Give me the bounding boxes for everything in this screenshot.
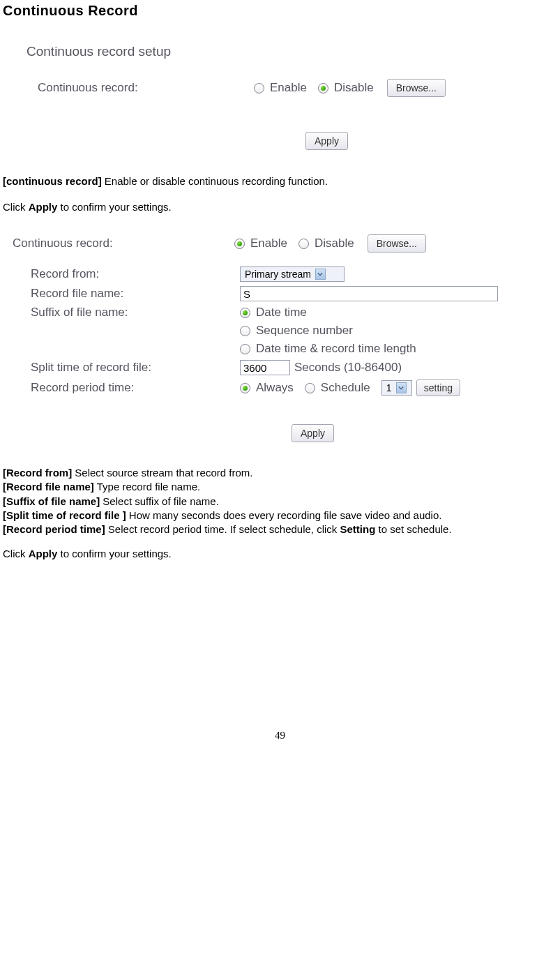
panel-continuous-record-setup: Continuous record setup Continuous recor…: [24, 40, 550, 161]
radio-disable-label: Disable: [334, 81, 374, 95]
radio-suffix-sequence-label: Sequence number: [256, 324, 353, 338]
label-suffix: Suffix of file name:: [13, 306, 240, 319]
label-record-file-name: Record file name:: [13, 287, 240, 301]
desc-text-continuous-record: Enable or disable continuous recording f…: [102, 175, 328, 187]
apply-button[interactable]: Apply: [305, 132, 348, 150]
radio-enable-label: Enable: [270, 81, 307, 95]
radio-suffix-datetime-label: Date time: [256, 306, 307, 319]
radio-period-schedule-label: Schedule: [321, 381, 370, 395]
desc-click-apply-2: Click Apply to confirm your settings.: [3, 546, 557, 562]
select-record-from-value: Primary stream: [245, 269, 311, 280]
browse-button-2[interactable]: Browse...: [368, 234, 426, 253]
radio-enable[interactable]: [254, 83, 264, 93]
radio-enable-label-2: Enable: [250, 236, 287, 250]
input-split-time[interactable]: [240, 360, 290, 375]
label-continuous-record: Continuous record:: [38, 81, 254, 95]
setting-button[interactable]: setting: [416, 379, 460, 396]
desc-key-continuous-record: [continuous record]: [3, 175, 102, 187]
browse-button[interactable]: Browse...: [387, 79, 446, 97]
page-title: Continuous Record: [3, 3, 557, 19]
radio-period-always-label: Always: [256, 381, 294, 395]
radio-suffix-sequence[interactable]: [240, 326, 250, 336]
radio-suffix-datetime-length[interactable]: [240, 344, 250, 354]
panel-continuous-record-detail: Continuous record: Enable Disable Browse…: [10, 232, 554, 453]
chevron-down-icon: [315, 269, 326, 280]
apply-button-2[interactable]: Apply: [292, 424, 334, 442]
radio-period-always[interactable]: [240, 383, 250, 393]
page-number: 49: [3, 730, 557, 742]
desc-block-2: [Record from] Select source stream that …: [3, 466, 557, 536]
select-schedule-number[interactable]: 1: [381, 380, 412, 396]
radio-period-schedule[interactable]: [305, 383, 315, 393]
radio-suffix-datetime[interactable]: [240, 308, 250, 318]
input-record-file-name[interactable]: [240, 286, 498, 301]
radio-suffix-datetime-length-label: Date time & record time length: [256, 342, 416, 356]
hint-split-time: Seconds (10-86400): [294, 361, 402, 375]
select-record-from[interactable]: Primary stream: [240, 266, 345, 282]
chevron-down-icon: [396, 382, 407, 393]
label-record-from: Record from:: [13, 267, 240, 281]
label-continuous-record-2: Continuous record:: [13, 236, 234, 250]
label-split-time: Split time of record file:: [13, 361, 240, 375]
radio-disable-label-2: Disable: [315, 236, 354, 250]
desc-click-apply-1: Click Apply to confirm your settings.: [3, 200, 557, 216]
desc-continuous-record: [continuous record] Enable or disable co…: [3, 174, 557, 190]
label-period-time: Record period time:: [13, 381, 240, 395]
radio-enable-2[interactable]: [234, 239, 245, 249]
panel-heading: Continuous record setup: [27, 44, 547, 59]
radio-disable-2[interactable]: [298, 239, 309, 249]
select-schedule-number-value: 1: [386, 382, 392, 393]
radio-disable[interactable]: [318, 83, 328, 93]
